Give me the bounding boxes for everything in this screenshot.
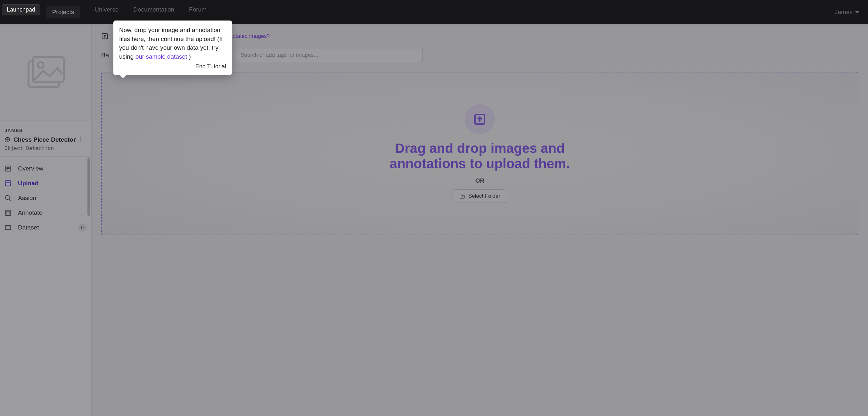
sample-dataset-link[interactable]: our sample dataset — [135, 53, 187, 60]
tutorial-text-tail: .) — [187, 53, 191, 60]
end-tutorial-button[interactable]: End Tutorial — [119, 62, 226, 70]
tutorial-popover: Now, drop your image and annotation file… — [113, 21, 232, 75]
launchpad-badge: Launchpad — [2, 4, 40, 16]
